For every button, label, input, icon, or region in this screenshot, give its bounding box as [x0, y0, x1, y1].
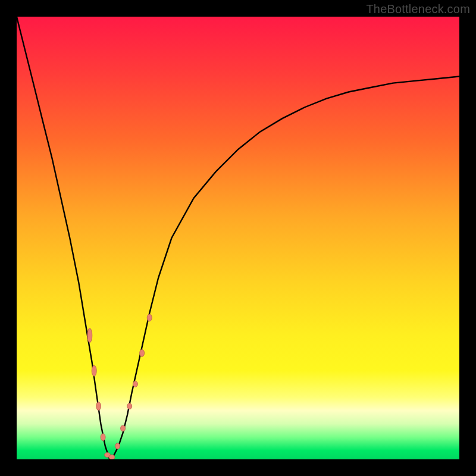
bottleneck-curve-path [17, 17, 459, 459]
watermark-text: TheBottleneck.com [366, 2, 470, 16]
curve-marker [115, 443, 120, 449]
chart-frame: TheBottleneck.com [0, 0, 476, 476]
bottleneck-curve-svg [17, 17, 459, 459]
curve-marker [109, 455, 115, 459]
curve-marker [101, 434, 105, 441]
curve-marker [96, 402, 101, 411]
curve-marker [147, 314, 152, 321]
curve-marker [87, 328, 92, 343]
curve-marker [92, 365, 96, 376]
curve-markers [87, 314, 152, 459]
curve-marker [127, 403, 132, 409]
chart-plot-area [17, 17, 459, 459]
curve-marker [133, 381, 137, 387]
curve-marker [121, 425, 126, 431]
curve-marker [140, 349, 145, 356]
